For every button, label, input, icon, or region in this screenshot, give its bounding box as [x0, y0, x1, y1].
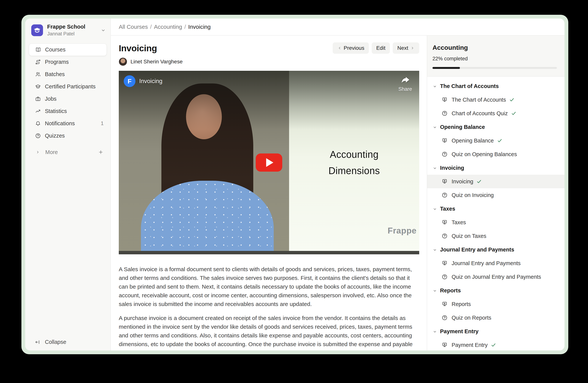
sidebar-item-batches[interactable]: Batches	[29, 68, 107, 80]
outline-item-the-chart-of-accounts[interactable]: The Chart of Accounts	[427, 93, 565, 107]
progress-bar	[432, 67, 557, 69]
lesson-main: Invoicing Previous Edit Next	[111, 36, 427, 350]
breadcrumb-accounting[interactable]: Accounting	[154, 24, 182, 30]
author-avatar	[119, 57, 127, 66]
outline-item-label: Quiz on Invoicing	[452, 192, 494, 198]
breadcrumb-all-courses[interactable]: All Courses	[119, 24, 148, 30]
outline-section-journal-entry-and-payments[interactable]: Journal Entry and Payments	[427, 243, 565, 256]
outline-item-quiz-on-journal-entry-and-payments[interactable]: Quiz on Journal Entry and Payments	[427, 270, 565, 284]
outline-item-label: Opening Balance	[452, 137, 494, 144]
video-bottom-bar	[119, 251, 419, 254]
outline-section-payment-entry[interactable]: Payment Entry	[427, 325, 565, 338]
graduation-cap-icon	[35, 84, 41, 90]
outline-item-taxes[interactable]: Taxes	[427, 215, 565, 229]
sidebar-item-certified-participants[interactable]: Certified Participants	[29, 80, 107, 93]
outline-item-invoicing[interactable]: Invoicing	[427, 175, 565, 188]
chevron-down-icon	[432, 207, 437, 211]
previous-label: Previous	[344, 45, 364, 51]
channel-avatar[interactable]: F	[124, 75, 135, 87]
course-outline-header: Accounting 22% completed	[427, 36, 565, 77]
sidebar-item-courses[interactable]: Courses	[29, 43, 107, 56]
outline-section-opening-balance[interactable]: Opening Balance	[427, 120, 565, 134]
slide-title: Accounting Dimensions	[289, 147, 419, 179]
breadcrumb: All Courses / Accounting / Invoicing	[111, 19, 565, 36]
outline-item-chart-of-accounts-quiz[interactable]: Chart of Accounts Quiz	[427, 107, 565, 120]
more-label: More	[45, 149, 58, 155]
video-player[interactable]: Accounting Dimensions Frappe F Invoicing	[119, 71, 419, 254]
previous-button[interactable]: Previous	[333, 42, 369, 54]
notification-badge: 1	[101, 120, 104, 126]
sidebar-item-jobs[interactable]: Jobs	[29, 93, 107, 105]
users-icon	[35, 71, 41, 77]
outline-section-title: Taxes	[440, 206, 455, 212]
outline-item-label: Quiz on Journal Entry and Payments	[452, 274, 541, 280]
outline-item-label: Quiz on Opening Balances	[452, 151, 517, 157]
breadcrumb-separator: /	[150, 24, 151, 30]
graduation-cap-logo-icon	[33, 26, 41, 35]
workspace-switcher[interactable]: Frappe School Jannat Patel	[25, 19, 110, 37]
breadcrumb-current: Invoicing	[188, 24, 211, 30]
outline-item-journal-entry-and-payments[interactable]: Journal Entry and Payments	[427, 256, 565, 270]
play-icon	[266, 158, 273, 167]
play-button[interactable]	[256, 153, 282, 172]
video-title-overlay: F Invoicing	[124, 75, 162, 87]
outline-section-invoicing[interactable]: Invoicing	[427, 161, 565, 175]
outline-item-quiz-on-invoicing[interactable]: Quiz on Invoicing	[427, 188, 565, 202]
quiz-icon	[441, 233, 448, 239]
chevron-right-icon	[410, 46, 415, 50]
completed-check-icon	[497, 138, 503, 143]
sidebar-item-more[interactable]: More	[29, 147, 107, 158]
sidebar-item-label: Batches	[45, 71, 65, 77]
outline-item-label: Quiz on Taxes	[452, 233, 486, 239]
sidebar-item-notifications[interactable]: Notifications1	[29, 117, 107, 130]
sidebar: Frappe School Jannat Patel CoursesProgra…	[25, 19, 111, 350]
completed-check-icon	[491, 342, 496, 348]
next-button[interactable]: Next	[393, 42, 419, 54]
course-outline-list: The Chart of AccountsThe Chart of Accoun…	[427, 77, 565, 350]
sidebar-item-label: Jobs	[45, 96, 56, 102]
edit-label: Edit	[376, 45, 385, 51]
lesson-nav-buttons: Previous Edit Next	[333, 42, 419, 54]
user-name: Jannat Patel	[47, 31, 85, 37]
lesson-video-icon	[441, 301, 448, 307]
outline-item-label: Quiz on Reports	[452, 315, 491, 321]
sidebar-item-statistics[interactable]: Statistics	[29, 105, 107, 117]
outline-section-the-chart-of-accounts[interactable]: The Chart of Accounts	[427, 79, 565, 93]
sidebar-item-quizzes[interactable]: Quizzes	[29, 130, 107, 142]
outline-item-opening-balance[interactable]: Opening Balance	[427, 134, 565, 147]
outline-section-title: Opening Balance	[440, 124, 485, 130]
chevron-left-icon	[337, 46, 342, 50]
outline-item-payment-entry[interactable]: Payment Entry	[427, 338, 565, 350]
outline-section-title: Invoicing	[440, 165, 464, 171]
lesson-video-icon	[441, 137, 448, 144]
collapse-sidebar-button[interactable]: Collapse	[32, 337, 69, 347]
progress-label: 22% completed	[432, 56, 557, 62]
chevron-down-icon	[432, 247, 437, 252]
next-label: Next	[397, 45, 408, 51]
outline-item-label: Journal Entry and Payments	[452, 260, 521, 267]
share-button[interactable]: Share	[398, 75, 412, 92]
quiz-icon	[441, 315, 448, 321]
course-title: Accounting	[432, 44, 557, 51]
lesson-video-icon	[441, 260, 448, 266]
chevron-down-icon	[432, 329, 437, 334]
video-title[interactable]: Invoicing	[139, 78, 162, 85]
school-name: Frappe School	[47, 24, 85, 30]
page-title: Invoicing	[119, 43, 157, 53]
help-circle-icon	[35, 133, 41, 139]
outline-item-quiz-on-taxes[interactable]: Quiz on Taxes	[427, 229, 565, 243]
outline-item-label: Payment Entry	[452, 342, 488, 348]
plus-icon[interactable]	[98, 149, 104, 155]
outline-item-quiz-on-reports[interactable]: Quiz on Reports	[427, 311, 565, 325]
edit-button[interactable]: Edit	[372, 42, 390, 54]
sidebar-item-programs[interactable]: Programs	[29, 56, 107, 68]
outline-item-quiz-on-opening-balances[interactable]: Quiz on Opening Balances	[427, 147, 565, 161]
outline-item-reports[interactable]: Reports	[427, 297, 565, 311]
share-label: Share	[398, 86, 412, 92]
outline-section-title: Journal Entry and Payments	[440, 247, 514, 253]
frappe-watermark: Frappe	[388, 226, 417, 235]
lesson-video-icon	[441, 178, 448, 185]
outline-item-label: Invoicing	[452, 178, 473, 185]
outline-section-taxes[interactable]: Taxes	[427, 202, 565, 215]
outline-section-reports[interactable]: Reports	[427, 284, 565, 297]
